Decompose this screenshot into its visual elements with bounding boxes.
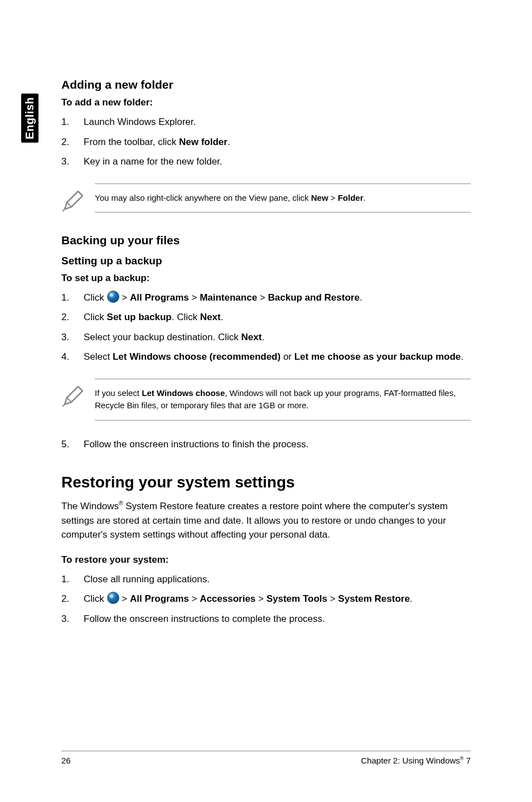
item-text: Close all running applications. — [84, 572, 471, 587]
pencil-icon — [61, 188, 86, 212]
item-number: 1. — [61, 572, 84, 587]
list-restore: 1. Close all running applications. 2. Cl… — [61, 572, 471, 626]
item-text: Follow the onscreen instructions to comp… — [84, 612, 471, 626]
heading-adding-folder: Adding a new folder — [61, 78, 471, 91]
windows-start-icon — [107, 592, 119, 604]
list-item: 4. Select Let Windows choose (recommende… — [61, 350, 471, 364]
list-item: 2. From the toolbar, click New folder. — [61, 135, 471, 149]
chapter-label: Chapter 2: Using Windows® 7 — [361, 756, 471, 765]
item-text: Select Let Windows choose (recommended) … — [84, 350, 471, 364]
sub-add-folder: To add a new folder: — [61, 97, 471, 108]
item-number: 3. — [61, 612, 84, 626]
heading-backing-up: Backing up your files — [61, 234, 471, 247]
item-text: Launch Windows Explorer. — [84, 115, 471, 129]
note-text: If you select Let Windows choose, Window… — [95, 379, 471, 421]
note-box: If you select Let Windows choose, Window… — [61, 379, 471, 421]
list-setup-backup: 1. Click > All Programs > Maintenance > … — [61, 291, 471, 364]
restore-paragraph: The Windows® System Restore feature crea… — [61, 499, 471, 542]
page-footer: 26 Chapter 2: Using Windows® 7 — [61, 751, 471, 765]
sub-to-setup: To set up a backup: — [61, 273, 471, 284]
item-text: Click > All Programs > Maintenance > Bac… — [84, 291, 471, 305]
item-text: Key in a name for the new folder. — [84, 154, 471, 169]
list-item: 1. Launch Windows Explorer. — [61, 115, 471, 129]
note-text: You may also right-click anywhere on the… — [95, 183, 471, 213]
item-number: 3. — [61, 330, 84, 345]
item-number: 4. — [61, 350, 84, 364]
list-add-folder: 1. Launch Windows Explorer. 2. From the … — [61, 115, 471, 169]
item-number: 1. — [61, 115, 84, 129]
sub-restore: To restore your system: — [61, 554, 471, 566]
item-number: 1. — [61, 291, 84, 305]
heading-restoring: Restoring your system settings — [61, 474, 471, 491]
windows-start-icon — [107, 291, 119, 303]
item-text: Click > All Programs > Accessories > Sys… — [84, 592, 471, 606]
item-number: 5. — [61, 437, 84, 452]
pencil-icon — [61, 383, 86, 408]
list-item: 3. Select your backup destination. Click… — [61, 330, 471, 345]
list-setup-backup-cont: 5. Follow the onscreen instructions to f… — [61, 437, 471, 452]
sub-setting-backup: Setting up a backup — [61, 255, 471, 267]
item-number: 3. — [61, 154, 84, 169]
item-text: From the toolbar, click New folder. — [84, 135, 471, 149]
list-item: 1. Close all running applications. — [61, 572, 471, 587]
note-box: You may also right-click anywhere on the… — [61, 183, 471, 215]
list-item: 5. Follow the onscreen instructions to f… — [61, 437, 471, 452]
item-number: 2. — [61, 592, 84, 606]
list-item: 3. Key in a name for the new folder. — [61, 154, 471, 169]
item-text: Follow the onscreen instructions to fini… — [84, 437, 471, 452]
language-tab: English — [21, 94, 38, 143]
list-item: 1. Click > All Programs > Maintenance > … — [61, 291, 471, 305]
page-number: 26 — [61, 756, 71, 765]
item-number: 2. — [61, 135, 84, 149]
item-number: 2. — [61, 310, 84, 325]
list-item: 2. Click Set up backup. Click Next. — [61, 310, 471, 325]
item-text: Click Set up backup. Click Next. — [84, 310, 471, 325]
list-item: 2. Click > All Programs > Accessories > … — [61, 592, 471, 606]
item-text: Select your backup destination. Click Ne… — [84, 330, 471, 345]
list-item: 3. Follow the onscreen instructions to c… — [61, 612, 471, 626]
